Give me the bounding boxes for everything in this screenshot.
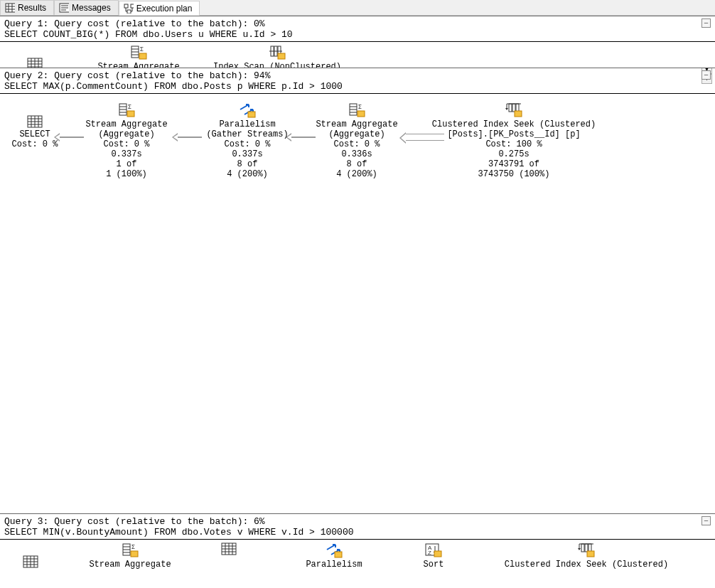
plan-operator-index-seek[interactable]: Clustered Index Seek (Clustered) <box>498 542 675 570</box>
query-block-3: Query 3: Query cost (relative to the bat… <box>0 513 715 571</box>
plan-operator-select[interactable] <box>13 555 48 570</box>
plan-canvas[interactable]: Stream AggregateIndex Scan (NonClustered… <box>0 42 715 68</box>
operator-detail-line: 0.337s <box>198 149 297 159</box>
index-seek-icon <box>577 542 596 558</box>
collapse-toggle[interactable]: − <box>701 70 711 80</box>
execution-plan-area: Query 1: Query cost (relative to the bat… <box>0 16 715 588</box>
operator-detail-line: 3743750 (100%) <box>425 169 603 179</box>
plan-operator-index-seek[interactable]: Clustered Index Seek (Clustered)[Posts].… <box>425 102 603 179</box>
plan-operator-parallelism[interactable]: Parallelism <box>284 542 384 570</box>
stream-agg-icon <box>348 102 365 118</box>
plan-operator-stream-agg[interactable]: Stream Aggregate <box>77 542 183 570</box>
operator-detail-line: 8 of <box>307 159 407 169</box>
query-block-2: Query 2: Query cost (relative to the bat… <box>0 68 715 513</box>
operator-detail-line: Cost: 0 % <box>198 139 297 149</box>
query-sql: SELECT MIN(v.BountyAmount) FROM dbo.Vote… <box>0 527 715 540</box>
operator-detail-line: SELECT <box>10 129 60 139</box>
stream-agg-icon <box>118 102 135 118</box>
query-sql: SELECT MAX(p.CommentCount) FROM dbo.Post… <box>0 81 715 94</box>
plan-operator-select[interactable] <box>208 542 250 557</box>
tab-messages[interactable]: Messages <box>54 0 119 15</box>
operator-detail-line: Clustered Index Seek (Clustered) <box>425 119 603 129</box>
stream-agg-icon <box>130 45 147 60</box>
index-scan-icon <box>268 45 286 60</box>
parallelism-icon <box>326 542 343 558</box>
query-header: Query 2: Query cost (relative to the bat… <box>0 68 715 81</box>
plan-operator-sort[interactable]: Sort <box>405 542 462 570</box>
operator-detail-line: 8 of <box>198 159 297 169</box>
operator-detail-line: Stream Aggregate <box>77 119 176 129</box>
operator-detail-line: (Aggregate) <box>307 129 407 139</box>
operator-detail-line: 4 (200%) <box>307 169 407 179</box>
sort-icon <box>424 542 443 558</box>
operator-detail-line: 1 (100%) <box>77 169 176 179</box>
plan-operator-stream-agg[interactable]: Stream Aggregate(Aggregate)Cost: 0 %0.33… <box>77 102 176 179</box>
query-header: Query 1: Query cost (relative to the bat… <box>0 16 715 29</box>
operator-detail-line: 0.336s <box>307 149 407 159</box>
collapse-toggle[interactable]: − <box>701 18 711 28</box>
tab-execplan-label: Execution plan <box>136 4 193 14</box>
tab-execution-plan[interactable]: Execution plan <box>119 1 200 16</box>
operator-detail-line: Index Scan (NonClustered) <box>206 62 348 68</box>
query-header: Query 3: Query cost (relative to the bat… <box>0 514 715 527</box>
tab-messages-label: Messages <box>72 3 111 13</box>
plan-operator-parallelism[interactable]: Parallelism(Gather Streams)Cost: 0 %0.33… <box>198 102 297 179</box>
operator-detail-line: Stream Aggregate <box>85 62 192 68</box>
query-sql: SELECT COUNT_BIG(*) FROM dbo.Users u WHE… <box>0 29 715 42</box>
result-tabs: Results Messages Execution plan <box>0 0 715 16</box>
operator-detail-line: (Aggregate) <box>77 129 176 139</box>
query-block-1: Query 1: Query cost (relative to the bat… <box>0 16 715 68</box>
execution-plan-icon <box>124 4 134 14</box>
operator-detail-line: Stream Aggregate <box>307 119 407 129</box>
operator-detail-line: 4 (200%) <box>198 169 297 179</box>
operator-detail-line: Parallelism <box>198 119 297 129</box>
plan-operator-select[interactable]: SELECTCost: 0 % <box>10 115 60 149</box>
select-icon <box>23 555 38 568</box>
index-seek-icon <box>505 102 523 118</box>
plan-operator-select[interactable] <box>17 58 53 68</box>
plan-operator-index-scan[interactable]: Index Scan (NonClustered) <box>206 45 348 68</box>
operator-detail-line: Stream Aggregate <box>77 560 183 570</box>
parallelism-icon <box>239 102 256 118</box>
tab-results[interactable]: Results <box>0 0 54 15</box>
plan-canvas[interactable]: Stream AggregateParallelismSortClustered… <box>0 540 715 571</box>
plan-operator-stream-agg[interactable]: Stream Aggregate <box>85 45 192 68</box>
operator-detail-line: 0.275s <box>425 149 603 159</box>
operator-detail-line: (Gather Streams) <box>198 129 297 139</box>
select-icon <box>27 115 43 128</box>
operator-detail-line: [Posts].[PK_Posts__Id] [p] <box>425 129 603 139</box>
plan-canvas[interactable]: SELECTCost: 0 %Stream Aggregate(Aggregat… <box>0 94 715 513</box>
operator-detail-line: Cost: 0 % <box>307 139 407 149</box>
collapse-toggle[interactable]: − <box>701 516 711 525</box>
operator-detail-line: Cost: 0 % <box>10 139 60 149</box>
plan-operator-stream-agg[interactable]: Stream Aggregate(Aggregate)Cost: 0 %0.33… <box>307 102 407 179</box>
operator-detail-line: 1 of <box>77 159 176 169</box>
operator-detail-line: 3743791 of <box>425 159 603 169</box>
grid-icon <box>5 3 15 13</box>
operator-detail-line: Parallelism <box>284 560 384 570</box>
stream-agg-icon <box>122 542 139 558</box>
tab-results-label: Results <box>18 3 46 13</box>
operator-detail-line: 0.337s <box>77 149 176 159</box>
select-icon <box>221 542 237 555</box>
operator-detail-line: Sort <box>405 560 462 570</box>
operator-detail-line: Cost: 0 % <box>77 139 176 149</box>
operator-detail-line: Cost: 100 % <box>425 139 603 149</box>
operator-detail-line: Clustered Index Seek (Clustered) <box>498 560 675 570</box>
select-icon <box>27 58 43 68</box>
messages-icon <box>59 3 69 13</box>
